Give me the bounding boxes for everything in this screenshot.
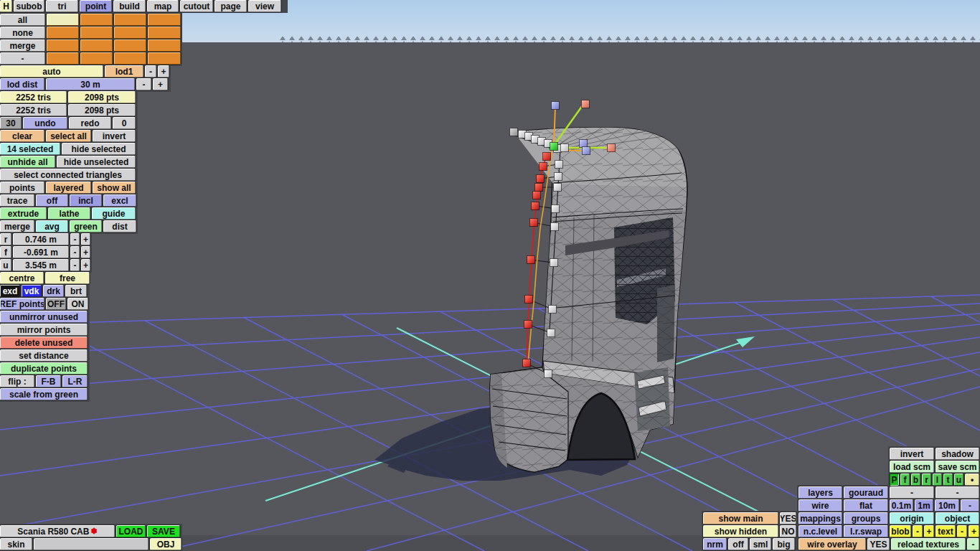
view-l[interactable]: l	[933, 474, 942, 486]
trace-incl[interactable]: incl	[70, 194, 102, 207]
pts-count-total[interactable]: 2098 pts	[68, 104, 136, 116]
slot-minus-2[interactable]: -	[936, 486, 979, 499]
lod-dist-value[interactable]: 30 m	[46, 78, 135, 90]
coord-f-value[interactable]: -0.691 m	[13, 246, 69, 258]
view-p-active[interactable]: P	[890, 474, 899, 486]
ref-points-off[interactable]: OFF	[46, 298, 66, 310]
coord-f-label[interactable]: f	[0, 246, 11, 258]
select-connected-triangles-button[interactable]: select connected triangles	[0, 169, 136, 181]
lod-cell-0-0[interactable]	[47, 14, 79, 26]
normals-off[interactable]: off	[728, 538, 748, 550]
wire-overlay-yes[interactable]: YES	[867, 538, 890, 550]
lod-cell-0-3[interactable]	[148, 14, 181, 26]
extrude-button[interactable]: extrude	[0, 207, 47, 220]
grid-0-1m[interactable]: 0.1m	[890, 499, 913, 512]
merge-subobjects[interactable]: merge	[0, 39, 45, 52]
coord-u-plus[interactable]: +	[81, 259, 90, 271]
lod-cell-2-0[interactable]	[47, 39, 79, 52]
lod-cell-2-3[interactable]	[148, 39, 181, 52]
menu-cutout[interactable]: cutout	[180, 0, 213, 12]
reload-textures-button[interactable]: reload textures	[891, 538, 966, 550]
view-u[interactable]: u	[954, 474, 963, 486]
shading-exd[interactable]: exd	[0, 285, 20, 297]
lod-cell-2-1[interactable]	[80, 39, 113, 52]
redo-button[interactable]: redo	[69, 117, 111, 129]
show-main-yes[interactable]: YES	[780, 512, 796, 524]
merge-dist[interactable]: dist	[103, 220, 136, 232]
all-button[interactable]: all	[0, 14, 45, 26]
normals-big[interactable]: big	[773, 538, 795, 550]
ref-points-on[interactable]: ON	[67, 298, 88, 310]
blob-button[interactable]: blob	[890, 525, 911, 537]
save-scm-button[interactable]: save scm	[936, 461, 979, 473]
mirror-points-button[interactable]: mirror points	[0, 324, 88, 336]
groups-button[interactable]: groups	[844, 512, 888, 524]
lod1-button[interactable]: lod1	[105, 65, 143, 77]
hide-unselected-button[interactable]: hide unselected	[57, 156, 136, 168]
menu-subob[interactable]: subob	[14, 0, 44, 12]
skin-filename-field[interactable]	[34, 538, 149, 550]
centre-button[interactable]: centre	[0, 272, 44, 284]
text-minus[interactable]: -	[957, 525, 967, 537]
trace-button[interactable]: trace	[0, 194, 34, 207]
object-button[interactable]: object	[936, 512, 979, 524]
n-c-level-button[interactable]: n.c.level	[798, 525, 842, 537]
menu-tri[interactable]: tri	[46, 0, 78, 12]
view-t[interactable]: t	[943, 474, 953, 486]
reload-minus[interactable]: -	[967, 538, 979, 550]
slot-minus-1[interactable]: -	[890, 486, 934, 499]
view-dot-button[interactable]: •	[965, 474, 979, 486]
menu-h[interactable]: H	[0, 0, 12, 12]
grid-1m-active[interactable]: 1m	[915, 499, 933, 512]
wire-overlay-button[interactable]: wire overlay	[798, 538, 866, 550]
obj-export-button[interactable]: OBJ	[150, 538, 182, 550]
flat-button[interactable]: flat	[844, 499, 888, 512]
text-plus[interactable]: +	[969, 525, 979, 537]
grid-10m[interactable]: 10m	[935, 499, 959, 512]
undo-button[interactable]: undo	[23, 117, 67, 129]
coord-r-label[interactable]: r	[0, 233, 11, 245]
lod-dist-plus[interactable]: +	[153, 78, 168, 90]
set-distance-button[interactable]: set distance	[0, 349, 88, 362]
gouraud-button[interactable]: gouraud	[844, 486, 888, 499]
ref-points-button[interactable]: REF points	[0, 298, 44, 310]
view-r[interactable]: r	[922, 474, 931, 486]
free-button[interactable]: free	[45, 272, 90, 284]
lod-dist-button[interactable]: lod dist	[0, 78, 44, 90]
menu-page[interactable]: page	[215, 0, 247, 12]
duplicate-points-button[interactable]: duplicate points	[0, 362, 88, 375]
lod-cell-1-0[interactable]	[47, 27, 79, 39]
coord-f-plus[interactable]: +	[81, 246, 90, 258]
lod-cell-3-3[interactable]	[148, 52, 181, 65]
lathe-button[interactable]: lathe	[48, 207, 90, 220]
show-hidden-no[interactable]: NO	[780, 525, 796, 537]
merge-points[interactable]: merge	[0, 220, 34, 232]
flip-front-back[interactable]: F-B	[36, 375, 61, 387]
lod-cell-0-1[interactable]	[80, 14, 113, 26]
view-f[interactable]: f	[900, 474, 910, 486]
selected-count[interactable]: 14 selected	[0, 143, 60, 155]
tris-count[interactable]: 2252 tris	[0, 91, 67, 103]
show-main-button[interactable]: show main	[703, 512, 778, 524]
delete-unused-button[interactable]: delete unused	[0, 336, 88, 349]
scale-from-green-button[interactable]: scale from green	[0, 388, 88, 400]
flip-left-right[interactable]: L-R	[62, 375, 88, 387]
load-button[interactable]: LOAD	[116, 525, 146, 537]
pts-count[interactable]: 2098 pts	[68, 91, 136, 103]
tris-count-total[interactable]: 2252 tris	[0, 104, 67, 116]
lod-cell-2-2[interactable]	[114, 39, 146, 52]
menu-map[interactable]: map	[147, 0, 179, 12]
menu-point-active[interactable]: point	[80, 0, 112, 12]
show-hidden-button[interactable]: show hidden	[703, 525, 778, 537]
lod-minus[interactable]: -	[145, 65, 156, 77]
menu-build[interactable]: build	[113, 0, 146, 12]
lod-cell-1-1[interactable]	[80, 27, 113, 39]
coord-u-label[interactable]: u	[0, 259, 11, 271]
view-b[interactable]: b	[911, 474, 920, 486]
none-button[interactable]: none	[0, 27, 45, 39]
show-all-button[interactable]: show all	[93, 182, 136, 194]
load-scm-button[interactable]: load scm	[890, 461, 934, 473]
normals-button[interactable]: nrm	[703, 538, 727, 550]
shading-brt[interactable]: brt	[65, 285, 87, 297]
select-all-button[interactable]: select all	[46, 130, 91, 142]
